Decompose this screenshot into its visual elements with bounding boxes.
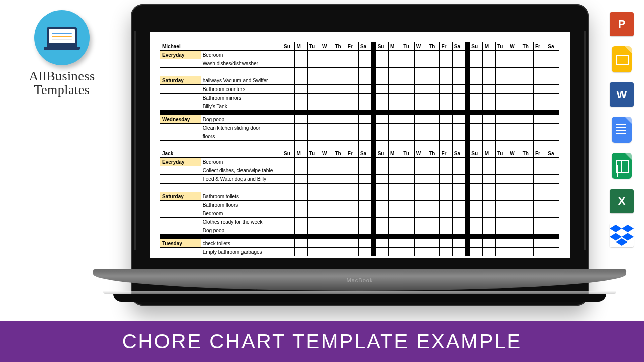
chore-row: Empty bathroom garbages xyxy=(160,248,559,256)
chore-row: Billy's Tank xyxy=(160,102,559,111)
powerpoint-icon[interactable]: P xyxy=(610,12,634,36)
word-icon[interactable]: W xyxy=(610,82,634,107)
chore-row: Saturdayhallways Vacuum and Swiffer xyxy=(160,76,559,85)
laptop-brand-label: MacBook xyxy=(347,277,373,283)
chore-row: Wash dishes/dishwasher xyxy=(160,59,559,68)
chore-row: WednesdayDog poop xyxy=(160,115,559,124)
google-docs-icon[interactable] xyxy=(612,117,632,143)
app-icons-column: PWX xyxy=(607,12,637,247)
divider-row xyxy=(160,111,559,115)
google-slides-icon[interactable] xyxy=(612,46,632,72)
chore-row: EverydayBedroom xyxy=(160,51,559,59)
chore-row: Bathroom counters xyxy=(160,85,559,94)
google-sheets-icon[interactable] xyxy=(612,153,632,179)
excel-icon[interactable]: X xyxy=(610,189,634,213)
chore-row: Clean kitchen sliding door xyxy=(160,124,559,132)
brand-logo: AllBusiness Templates xyxy=(19,10,105,97)
chore-row: SaturdayBathroom toilets xyxy=(160,192,559,201)
title-banner: CHORE CHART TEMPLATE EXAMPLE xyxy=(0,321,644,362)
laptop-mockup: MichaelSuMTuWThFrSaSuMTuWThFrSaSuMTuWThF… xyxy=(131,4,589,306)
divider-row xyxy=(160,235,559,239)
spacer-row xyxy=(160,184,559,192)
template-screenshot: MichaelSuMTuWThFrSaSuMTuWThFrSaSuMTuWThF… xyxy=(150,32,570,258)
brand-logo-icon xyxy=(34,10,90,65)
person-header-row: MichaelSuMTuWThFrSaSuMTuWThFrSaSuMTuWThF… xyxy=(160,42,559,51)
chore-row: Bathroom floors xyxy=(160,201,559,209)
brand-name-line2: Templates xyxy=(19,83,105,97)
person-header-row: JackSuMTuWThFrSaSuMTuWThFrSaSuMTuWThFrSa xyxy=(160,149,559,158)
chore-row: Bedroom xyxy=(160,209,559,218)
chore-row: floors xyxy=(160,132,559,141)
chore-row: EverydayBedroom xyxy=(160,158,559,166)
chore-row: Tuesdaycheck toilets xyxy=(160,239,559,248)
chore-chart-table: MichaelSuMTuWThFrSaSuMTuWThFrSaSuMTuWThF… xyxy=(160,42,559,256)
brand-name-line1: AllBusiness xyxy=(19,69,105,83)
svg-marker-1 xyxy=(622,225,634,232)
chore-row: Clothes ready for the week xyxy=(160,218,559,226)
spacer-row xyxy=(160,141,559,149)
chore-row: Collect dishes, clean/wipe table xyxy=(160,166,559,175)
chore-row: Bathroom mirrors xyxy=(160,94,559,102)
laptop-base: MacBook xyxy=(93,269,626,306)
dropbox-icon[interactable] xyxy=(610,223,634,247)
chore-row: Feed & Water dogs and Billy xyxy=(160,175,559,184)
chore-row: Dog poop xyxy=(160,226,559,235)
spacer-row xyxy=(160,68,559,76)
svg-marker-0 xyxy=(610,225,622,232)
title-text: CHORE CHART TEMPLATE EXAMPLE xyxy=(122,330,522,353)
brand-name: AllBusiness Templates xyxy=(19,69,105,97)
